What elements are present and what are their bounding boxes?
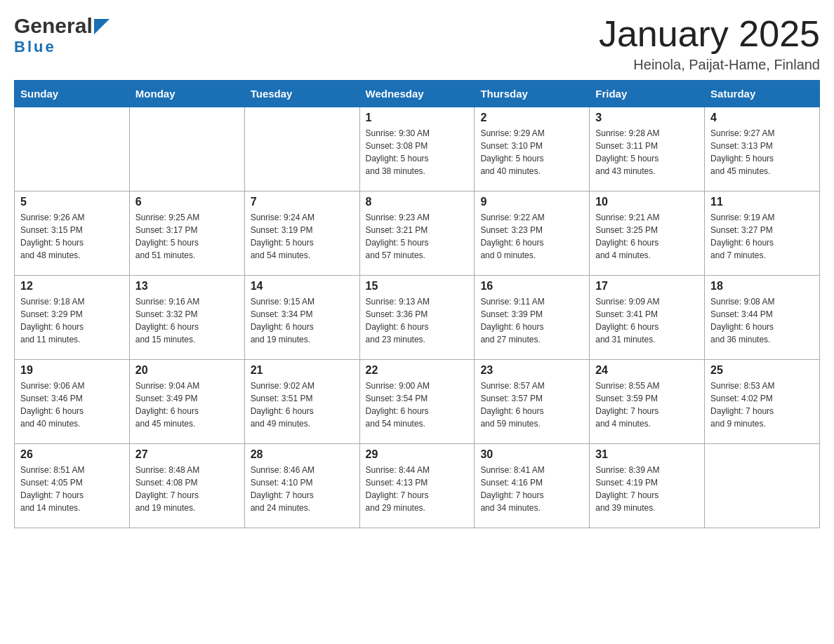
calendar-day-cell xyxy=(129,107,244,192)
calendar-day-cell: 3Sunrise: 9:28 AM Sunset: 3:11 PM Daylig… xyxy=(590,107,705,192)
calendar-day-cell: 20Sunrise: 9:04 AM Sunset: 3:49 PM Dayli… xyxy=(129,360,244,444)
day-info: Sunrise: 9:06 AM Sunset: 3:46 PM Dayligh… xyxy=(20,380,124,430)
day-number: 28 xyxy=(251,448,354,461)
calendar-day-cell: 2Sunrise: 9:29 AM Sunset: 3:10 PM Daylig… xyxy=(475,107,590,192)
day-number: 20 xyxy=(135,364,239,377)
calendar-day-cell: 19Sunrise: 9:06 AM Sunset: 3:46 PM Dayli… xyxy=(15,360,130,444)
calendar-day-cell: 12Sunrise: 9:18 AM Sunset: 3:29 PM Dayli… xyxy=(15,276,130,360)
day-number: 9 xyxy=(480,196,583,208)
calendar-day-cell: 16Sunrise: 9:11 AM Sunset: 3:39 PM Dayli… xyxy=(475,276,590,360)
day-info: Sunrise: 9:18 AM Sunset: 3:29 PM Dayligh… xyxy=(20,295,124,346)
calendar-day-cell: 9Sunrise: 9:22 AM Sunset: 3:23 PM Daylig… xyxy=(475,192,590,276)
day-info: Sunrise: 9:28 AM Sunset: 3:11 PM Dayligh… xyxy=(595,127,699,177)
day-number: 2 xyxy=(480,112,583,124)
day-number: 14 xyxy=(251,280,354,293)
day-number: 12 xyxy=(20,280,124,293)
calendar-day-cell: 18Sunrise: 9:08 AM Sunset: 3:44 PM Dayli… xyxy=(705,276,820,360)
calendar-day-header: Friday xyxy=(590,81,705,107)
day-number: 26 xyxy=(20,448,124,461)
day-number: 31 xyxy=(595,448,699,461)
day-info: Sunrise: 8:44 AM Sunset: 4:13 PM Dayligh… xyxy=(366,464,469,514)
day-number: 6 xyxy=(135,196,239,208)
calendar-day-header: Tuesday xyxy=(244,81,359,107)
day-number: 23 xyxy=(480,364,583,377)
calendar-day-header: Wednesday xyxy=(359,81,475,107)
calendar-day-cell: 27Sunrise: 8:48 AM Sunset: 4:08 PM Dayli… xyxy=(129,444,244,528)
logo-arrow-icon xyxy=(94,19,110,34)
title-section: January 2025 Heinola, Paijat-Hame, Finla… xyxy=(599,14,820,73)
day-number: 21 xyxy=(251,364,354,377)
day-info: Sunrise: 9:16 AM Sunset: 3:32 PM Dayligh… xyxy=(135,295,239,346)
day-info: Sunrise: 8:51 AM Sunset: 4:05 PM Dayligh… xyxy=(20,464,124,514)
day-info: Sunrise: 8:41 AM Sunset: 4:16 PM Dayligh… xyxy=(480,464,583,514)
day-number: 11 xyxy=(710,196,814,208)
svg-marker-0 xyxy=(94,19,110,34)
day-info: Sunrise: 9:09 AM Sunset: 3:41 PM Dayligh… xyxy=(595,295,699,346)
calendar-day-cell: 14Sunrise: 9:15 AM Sunset: 3:34 PM Dayli… xyxy=(244,276,359,360)
day-info: Sunrise: 9:11 AM Sunset: 3:39 PM Dayligh… xyxy=(480,295,583,346)
day-info: Sunrise: 9:19 AM Sunset: 3:27 PM Dayligh… xyxy=(710,211,814,262)
day-number: 10 xyxy=(595,196,699,208)
page-header: General Blue January 2025 Heinola, Paija… xyxy=(14,14,820,73)
day-number: 25 xyxy=(710,364,814,377)
calendar-day-cell: 30Sunrise: 8:41 AM Sunset: 4:16 PM Dayli… xyxy=(475,444,590,528)
calendar-header-row: SundayMondayTuesdayWednesdayThursdayFrid… xyxy=(15,81,820,107)
calendar-week-row: 26Sunrise: 8:51 AM Sunset: 4:05 PM Dayli… xyxy=(15,444,820,528)
day-info: Sunrise: 8:55 AM Sunset: 3:59 PM Dayligh… xyxy=(595,380,699,430)
day-info: Sunrise: 9:29 AM Sunset: 3:10 PM Dayligh… xyxy=(480,127,583,177)
calendar-week-row: 19Sunrise: 9:06 AM Sunset: 3:46 PM Dayli… xyxy=(15,360,820,444)
day-info: Sunrise: 9:26 AM Sunset: 3:15 PM Dayligh… xyxy=(20,211,124,262)
calendar-day-header: Sunday xyxy=(15,81,130,107)
day-info: Sunrise: 9:04 AM Sunset: 3:49 PM Dayligh… xyxy=(135,380,239,430)
calendar-day-cell: 1Sunrise: 9:30 AM Sunset: 3:08 PM Daylig… xyxy=(359,107,475,192)
calendar-week-row: 12Sunrise: 9:18 AM Sunset: 3:29 PM Dayli… xyxy=(15,276,820,360)
day-info: Sunrise: 8:46 AM Sunset: 4:10 PM Dayligh… xyxy=(251,464,354,514)
day-number: 3 xyxy=(595,112,699,124)
day-number: 5 xyxy=(20,196,124,208)
calendar-day-cell: 23Sunrise: 8:57 AM Sunset: 3:57 PM Dayli… xyxy=(475,360,590,444)
day-info: Sunrise: 9:00 AM Sunset: 3:54 PM Dayligh… xyxy=(366,380,469,430)
calendar-day-cell: 29Sunrise: 8:44 AM Sunset: 4:13 PM Dayli… xyxy=(359,444,475,528)
calendar-day-header: Saturday xyxy=(705,81,820,107)
calendar-day-header: Thursday xyxy=(475,81,590,107)
logo: General Blue xyxy=(14,14,110,56)
day-info: Sunrise: 8:39 AM Sunset: 4:19 PM Dayligh… xyxy=(595,464,699,514)
day-info: Sunrise: 9:27 AM Sunset: 3:13 PM Dayligh… xyxy=(710,127,814,177)
day-info: Sunrise: 8:48 AM Sunset: 4:08 PM Dayligh… xyxy=(135,464,239,514)
day-info: Sunrise: 9:30 AM Sunset: 3:08 PM Dayligh… xyxy=(366,127,469,177)
day-info: Sunrise: 9:25 AM Sunset: 3:17 PM Dayligh… xyxy=(135,211,239,262)
day-info: Sunrise: 9:15 AM Sunset: 3:34 PM Dayligh… xyxy=(251,295,354,346)
calendar-day-cell xyxy=(244,107,359,192)
calendar-day-cell: 8Sunrise: 9:23 AM Sunset: 3:21 PM Daylig… xyxy=(359,192,475,276)
day-number: 7 xyxy=(251,196,354,208)
calendar-table: SundayMondayTuesdayWednesdayThursdayFrid… xyxy=(14,80,820,528)
calendar-day-header: Monday xyxy=(129,81,244,107)
calendar-day-cell: 31Sunrise: 8:39 AM Sunset: 4:19 PM Dayli… xyxy=(590,444,705,528)
day-info: Sunrise: 9:22 AM Sunset: 3:23 PM Dayligh… xyxy=(480,211,583,262)
calendar-day-cell xyxy=(15,107,130,192)
logo-general-text: General xyxy=(14,14,93,38)
day-number: 16 xyxy=(480,280,583,293)
day-info: Sunrise: 8:53 AM Sunset: 4:02 PM Dayligh… xyxy=(710,380,814,430)
calendar-day-cell: 25Sunrise: 8:53 AM Sunset: 4:02 PM Dayli… xyxy=(705,360,820,444)
calendar-week-row: 5Sunrise: 9:26 AM Sunset: 3:15 PM Daylig… xyxy=(15,192,820,276)
calendar-day-cell: 13Sunrise: 9:16 AM Sunset: 3:32 PM Dayli… xyxy=(129,276,244,360)
calendar-day-cell: 15Sunrise: 9:13 AM Sunset: 3:36 PM Dayli… xyxy=(359,276,475,360)
day-number: 19 xyxy=(20,364,124,377)
day-number: 8 xyxy=(366,196,469,208)
day-number: 29 xyxy=(366,448,469,461)
day-info: Sunrise: 9:13 AM Sunset: 3:36 PM Dayligh… xyxy=(366,295,469,346)
day-number: 18 xyxy=(710,280,814,293)
calendar-day-cell: 28Sunrise: 8:46 AM Sunset: 4:10 PM Dayli… xyxy=(244,444,359,528)
calendar-day-cell: 4Sunrise: 9:27 AM Sunset: 3:13 PM Daylig… xyxy=(705,107,820,192)
calendar-day-cell xyxy=(705,444,820,528)
day-info: Sunrise: 9:24 AM Sunset: 3:19 PM Dayligh… xyxy=(251,211,354,262)
day-number: 22 xyxy=(366,364,469,377)
day-info: Sunrise: 9:08 AM Sunset: 3:44 PM Dayligh… xyxy=(710,295,814,346)
day-number: 27 xyxy=(135,448,239,461)
calendar-week-row: 1Sunrise: 9:30 AM Sunset: 3:08 PM Daylig… xyxy=(15,107,820,192)
calendar-day-cell: 6Sunrise: 9:25 AM Sunset: 3:17 PM Daylig… xyxy=(129,192,244,276)
day-number: 24 xyxy=(595,364,699,377)
calendar-day-cell: 24Sunrise: 8:55 AM Sunset: 3:59 PM Dayli… xyxy=(590,360,705,444)
month-title: January 2025 xyxy=(599,14,820,54)
